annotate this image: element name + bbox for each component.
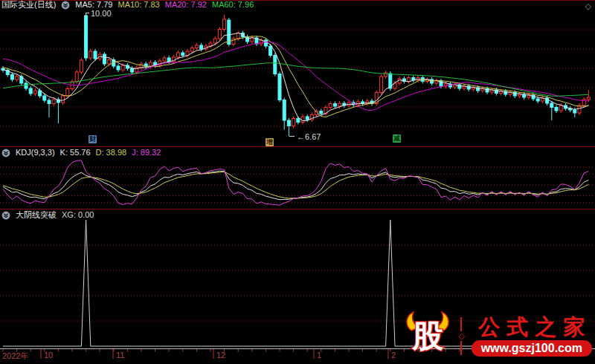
axis-year-label: 2022年	[2, 351, 28, 362]
xg-panel-header: 大阴线突破 XG: 0.00	[1, 210, 94, 220]
collapse-icon[interactable]	[61, 1, 70, 10]
ma10-label: MA10: 7.83	[118, 0, 159, 10]
axis-month-label: 12	[216, 351, 225, 360]
gszj-logo: 股 ◇ 公式之家 www.gszj100.com	[404, 311, 592, 360]
kdj-panel-header: KDJ(9,3,3) K: 55.76 D: 38.98 J: 89.32	[1, 148, 161, 157]
j-value: J: 89.32	[132, 148, 161, 157]
logo-divider: ◇	[458, 317, 464, 355]
bull-glyph: 股	[404, 311, 451, 360]
collapse-icon[interactable]	[1, 149, 10, 157]
k-value: K: 55.76	[60, 148, 91, 157]
event-marker[interactable]: 增	[266, 138, 274, 146]
axis-month-label: 2	[391, 351, 396, 360]
event-marker[interactable]: 财	[89, 135, 97, 143]
high-price-label: 10.00	[91, 9, 112, 18]
ma60-label: MA60: 7.96	[212, 0, 254, 10]
xg-title: 大阴线突破	[16, 210, 57, 220]
d-value: D: 38.98	[96, 148, 127, 157]
axis-month-label: 10	[44, 351, 53, 360]
low-price-label: ←6.67	[297, 132, 321, 141]
ma20-label: MA20: 7.92	[165, 0, 207, 10]
left-arrow-icon: ←	[297, 132, 305, 141]
chart-canvas[interactable]	[0, 0, 595, 364]
xg-value: XG: 0.00	[62, 210, 94, 220]
svg-text:股: 股	[411, 319, 444, 354]
main-panel-header: 国际实业(日线) MA5: 7.79 MA10: 7.83 MA20: 7.92…	[1, 0, 254, 10]
corner-diamond-icon: ◇	[585, 1, 591, 11]
axis-month-label: 1	[317, 351, 321, 360]
logo-site-url: www.gszj100.com	[472, 340, 592, 357]
diamond-icon: ◇	[458, 331, 464, 341]
event-marker[interactable]: 减	[393, 134, 401, 143]
logo-site-name: 公式之家	[472, 316, 591, 338]
collapse-icon[interactable]	[1, 211, 10, 220]
stock-app-window: 国际实业(日线) MA5: 7.79 MA10: 7.83 MA20: 7.92…	[0, 0, 595, 364]
axis-month-label: 11	[116, 351, 124, 360]
stock-title: 国际实业(日线)	[1, 0, 56, 10]
kdj-title: KDJ(9,3,3)	[16, 148, 55, 157]
